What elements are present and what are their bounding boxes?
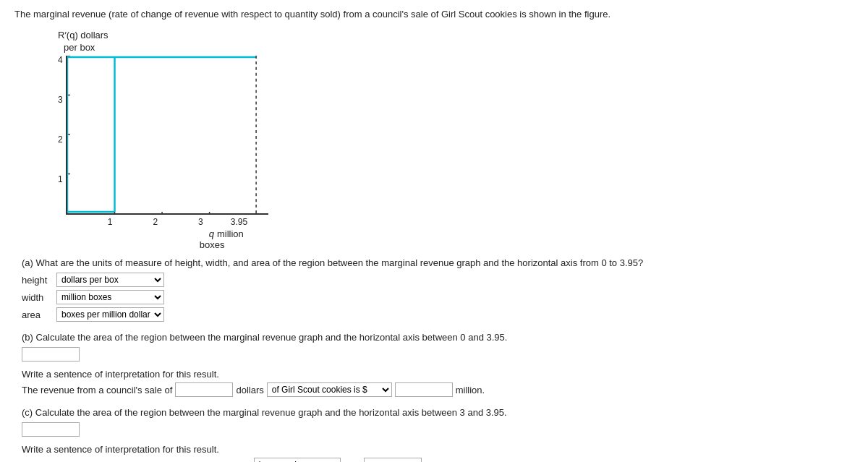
part-c-block: (c) Calculate the area of the region bet… [22, 407, 854, 462]
intro-text: The marginal revenue (rate of change of … [14, 9, 854, 20]
sentence-c-input[interactable] [364, 458, 422, 462]
part-c-write-label: Write a sentence of interpretation for t… [22, 444, 854, 455]
sentence-b-prefix: The revenue from a council's sale of [22, 385, 172, 395]
x-tick-2: 2 [153, 217, 158, 227]
chart-plot-area [66, 56, 268, 215]
part-b-calc-input[interactable] [22, 347, 80, 362]
x-tick-3: 3 [198, 217, 203, 227]
questions-section: (a) What are the units of measure of hei… [22, 257, 854, 462]
x-tick-395: 3.95 [231, 217, 247, 227]
height-select[interactable]: dollars per box million boxes boxes per … [56, 273, 164, 287]
sentence-b-input1[interactable] [175, 382, 233, 397]
y-tick-1: 1 [58, 175, 63, 184]
sentence-c-by: by $ [344, 460, 362, 463]
part-b-question: (b) Calculate the area of the region bet… [22, 332, 854, 343]
y-tick-2: 2 [58, 135, 63, 144]
width-row: width dollars per box million boxes boxe… [22, 290, 854, 304]
height-label: height [22, 275, 56, 286]
y-tick-4: 4 [58, 56, 63, 64]
area-row: area dollars per box million boxes boxes… [22, 307, 854, 322]
sentence-b-dropdown[interactable]: of Girl Scout cookies is $ from Girl Sco… [267, 382, 392, 397]
area-select[interactable]: dollars per box million boxes boxes per … [56, 307, 164, 322]
part-a-question: (a) What are the units of measure of hei… [22, 257, 854, 268]
q-annotation: q [209, 228, 214, 239]
part-c-sentence: The revenue from a council's sale of Gir… [22, 458, 854, 462]
part-c-question: (c) Calculate the area of the region bet… [22, 407, 854, 418]
y-axis-label: R′(q) dollars [58, 30, 854, 40]
chart-svg [67, 56, 268, 213]
y-tick-3: 3 [58, 95, 63, 104]
height-row: height dollars per box million boxes box… [22, 273, 854, 287]
part-c-calc-input[interactable] [22, 422, 80, 437]
width-select[interactable]: dollars per box million boxes boxes per … [56, 290, 164, 304]
y-axis-sublabel: per box [64, 42, 854, 53]
sentence-b-suffix: million. [456, 385, 485, 395]
sentence-c-suffix: million as the number of boxes sold incr… [425, 460, 708, 463]
y-axis-ticks: 4 3 2 1 [58, 56, 63, 215]
width-label: width [22, 292, 56, 303]
part-b-block: (b) Calculate the area of the region bet… [22, 332, 854, 397]
part-a-block: (a) What are the units of measure of hei… [22, 257, 854, 322]
sentence-c-prefix: The revenue from a council's sale of Gir… [22, 460, 251, 463]
sentence-c-dropdown[interactable]: increased decreased stayed the same [254, 458, 341, 462]
area-label: area [22, 309, 56, 320]
boxes-label: boxes [200, 239, 268, 250]
x-tick-1: 1 [108, 217, 113, 227]
part-b-sentence: The revenue from a council's sale of dol… [22, 382, 854, 397]
chart-section: R′(q) dollars per box 4 3 2 1 [58, 30, 854, 250]
sentence-b-dollars: dollars [236, 385, 263, 395]
sentence-b-input2[interactable] [395, 382, 453, 397]
million-label: million [217, 228, 244, 239]
part-b-write-label: Write a sentence of interpretation for t… [22, 369, 854, 380]
